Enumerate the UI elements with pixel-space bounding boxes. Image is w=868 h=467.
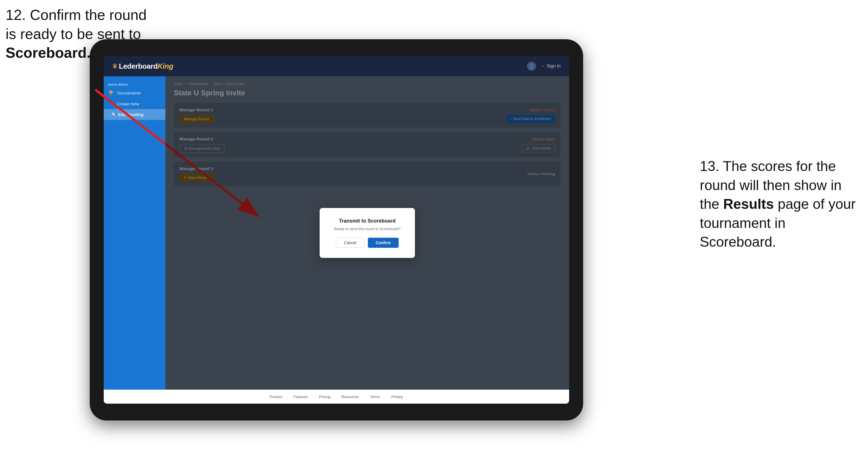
plus-icon: + <box>112 101 114 106</box>
signin-label: Sign In <box>547 64 561 69</box>
footer-link-product[interactable]: Product <box>270 395 282 399</box>
content-area: Home › Tournaments › State U Spring Invi… <box>165 76 569 390</box>
modal-confirm-button[interactable]: Confirm <box>368 238 399 248</box>
annotation-line3: Scoreboard. <box>6 44 91 61</box>
modal-buttons: Cancel Confirm <box>331 238 404 248</box>
annotation-right-text: 13. The scores for the round will then s… <box>700 158 856 250</box>
annotation-top-left: 12. Confirm the round is ready to be sen… <box>6 6 147 63</box>
logo-leader: Le <box>119 62 127 70</box>
user-avatar-icon[interactable]: 👤 <box>527 62 536 71</box>
logo-area: ♛ LederboardKing <box>112 62 173 71</box>
logo-king: King <box>158 62 173 70</box>
main-layout: MAIN MENU 🏆 Tournaments + Create New ✎ E… <box>104 76 569 390</box>
signin-button[interactable]: → Sign In <box>540 64 561 69</box>
sidebar-tournaments-label: Tournaments <box>117 91 141 95</box>
sidebar-section-label: MAIN MENU <box>104 81 165 88</box>
app-header: ♛ LederboardKing 👤 → Sign In <box>104 56 569 76</box>
annotation-right: 13. The scores for the round will then s… <box>700 157 862 252</box>
logo-text: LederboardKing <box>119 62 173 71</box>
footer-link-privacy[interactable]: Privacy <box>391 395 403 399</box>
sidebar-item-tournaments[interactable]: 🏆 Tournaments <box>104 88 165 98</box>
annotation-line2: is ready to be sent to <box>6 26 141 42</box>
modal-cancel-button[interactable]: Cancel <box>336 238 365 248</box>
sidebar: MAIN MENU 🏆 Tournaments + Create New ✎ E… <box>104 76 165 390</box>
tablet-device: ♛ LederboardKing 👤 → Sign In MAIN MENU 🏆 <box>90 39 583 421</box>
app-footer: Product Features Pricing Resources Terms… <box>104 390 569 404</box>
logo-crown-icon: ♛ <box>112 63 118 70</box>
trophy-icon: 🏆 <box>108 90 114 96</box>
modal-subtitle: Ready to send this round to Scoreboard? <box>331 227 404 231</box>
modal-title: Transmit to Scoreboard <box>331 218 404 224</box>
modal-box: Transmit to Scoreboard Ready to send thi… <box>320 208 415 258</box>
footer-link-terms[interactable]: Terms <box>370 395 380 399</box>
footer-link-features[interactable]: Features <box>293 395 308 399</box>
sidebar-create-new-label: Create New <box>117 101 139 106</box>
signin-icon: → <box>540 64 545 69</box>
footer-link-resources[interactable]: Resources <box>341 395 359 399</box>
edit-icon: ✎ <box>112 112 115 117</box>
footer-link-pricing[interactable]: Pricing <box>319 395 330 399</box>
tablet-screen: ♛ LederboardKing 👤 → Sign In MAIN MENU 🏆 <box>104 56 569 404</box>
annotation-line1: 12. Confirm the round <box>6 7 147 23</box>
sidebar-item-edit-existing[interactable]: ✎ Edit Existing <box>104 109 165 120</box>
sidebar-edit-existing-label: Edit Existing <box>118 112 144 117</box>
modal-overlay: Transmit to Scoreboard Ready to send thi… <box>165 76 569 390</box>
sidebar-item-create-new[interactable]: + Create New <box>104 98 165 109</box>
header-right: 👤 → Sign In <box>527 62 561 71</box>
